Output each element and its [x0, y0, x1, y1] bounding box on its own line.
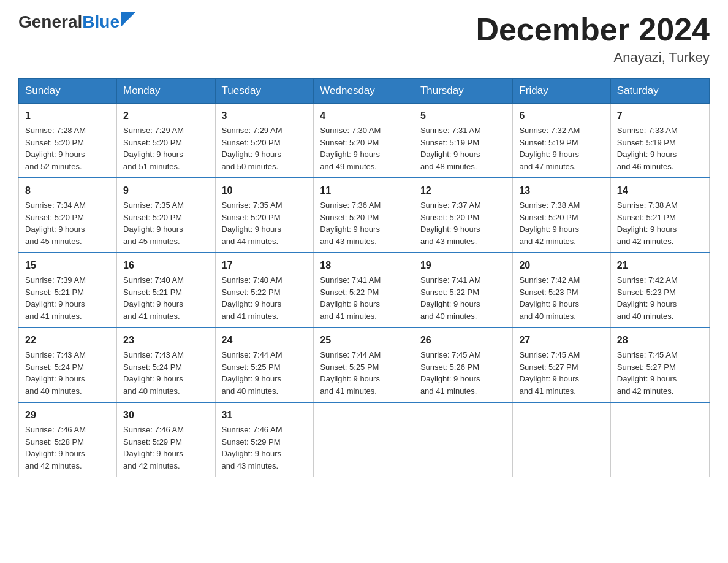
table-row: 30 Sunrise: 7:46 AMSunset: 5:29 PMDaylig… — [117, 402, 215, 477]
table-row: 13 Sunrise: 7:38 AMSunset: 5:20 PMDaylig… — [513, 178, 610, 253]
calendar-header-row: Sunday Monday Tuesday Wednesday Thursday… — [19, 79, 710, 104]
day-number: 10 — [222, 183, 308, 198]
day-number: 30 — [123, 408, 208, 423]
table-row — [414, 402, 513, 477]
day-info: Sunrise: 7:44 AMSunset: 5:25 PMDaylight:… — [320, 350, 381, 396]
day-number: 17 — [222, 258, 308, 273]
day-number: 12 — [420, 183, 507, 198]
table-row: 15 Sunrise: 7:39 AMSunset: 5:21 PMDaylig… — [19, 253, 117, 327]
day-info: Sunrise: 7:36 AMSunset: 5:20 PMDaylight:… — [320, 201, 381, 246]
table-row: 11 Sunrise: 7:36 AMSunset: 5:20 PMDaylig… — [314, 178, 414, 253]
calendar-week-row: 29 Sunrise: 7:46 AMSunset: 5:28 PMDaylig… — [19, 402, 710, 477]
calendar-week-row: 22 Sunrise: 7:43 AMSunset: 5:24 PMDaylig… — [19, 327, 710, 402]
day-info: Sunrise: 7:32 AMSunset: 5:19 PMDaylight:… — [519, 126, 580, 171]
day-info: Sunrise: 7:28 AMSunset: 5:20 PMDaylight:… — [25, 126, 86, 171]
day-info: Sunrise: 7:43 AMSunset: 5:24 PMDaylight:… — [123, 350, 184, 396]
location-text: Anayazi, Turkey — [476, 50, 710, 66]
table-row: 23 Sunrise: 7:43 AMSunset: 5:24 PMDaylig… — [117, 327, 215, 402]
day-info: Sunrise: 7:33 AMSunset: 5:19 PMDaylight:… — [617, 126, 678, 171]
calendar-week-row: 1 Sunrise: 7:28 AMSunset: 5:20 PMDayligh… — [19, 104, 710, 178]
day-info: Sunrise: 7:35 AMSunset: 5:20 PMDaylight:… — [222, 201, 282, 246]
day-info: Sunrise: 7:30 AMSunset: 5:20 PMDaylight:… — [320, 126, 381, 171]
table-row: 4 Sunrise: 7:30 AMSunset: 5:20 PMDayligh… — [314, 104, 414, 178]
day-info: Sunrise: 7:42 AMSunset: 5:23 PMDaylight:… — [617, 275, 678, 321]
table-row: 10 Sunrise: 7:35 AMSunset: 5:20 PMDaylig… — [215, 178, 314, 253]
table-row: 25 Sunrise: 7:44 AMSunset: 5:25 PMDaylig… — [314, 327, 414, 402]
calendar-table: Sunday Monday Tuesday Wednesday Thursday… — [18, 78, 710, 477]
day-number: 21 — [617, 258, 703, 273]
table-row: 14 Sunrise: 7:38 AMSunset: 5:21 PMDaylig… — [610, 178, 709, 253]
logo-text: General Blue — [18, 12, 135, 32]
day-number: 7 — [617, 109, 703, 123]
day-number: 25 — [320, 333, 408, 348]
col-thursday: Thursday — [414, 79, 513, 104]
day-info: Sunrise: 7:41 AMSunset: 5:22 PMDaylight:… — [320, 275, 381, 321]
col-tuesday: Tuesday — [215, 79, 314, 104]
day-info: Sunrise: 7:46 AMSunset: 5:29 PMDaylight:… — [222, 425, 282, 470]
day-number: 3 — [222, 109, 308, 123]
day-number: 31 — [222, 408, 308, 423]
day-info: Sunrise: 7:41 AMSunset: 5:22 PMDaylight:… — [420, 275, 481, 321]
day-info: Sunrise: 7:38 AMSunset: 5:20 PMDaylight:… — [519, 201, 580, 246]
table-row: 8 Sunrise: 7:34 AMSunset: 5:20 PMDayligh… — [19, 178, 117, 253]
day-number: 9 — [123, 183, 208, 198]
table-row — [610, 402, 709, 477]
day-number: 18 — [320, 258, 408, 273]
day-info: Sunrise: 7:45 AMSunset: 5:26 PMDaylight:… — [420, 350, 481, 396]
table-row: 16 Sunrise: 7:40 AMSunset: 5:21 PMDaylig… — [117, 253, 215, 327]
day-number: 27 — [519, 333, 604, 348]
day-info: Sunrise: 7:45 AMSunset: 5:27 PMDaylight:… — [617, 350, 678, 396]
day-info: Sunrise: 7:40 AMSunset: 5:22 PMDaylight:… — [222, 275, 282, 321]
table-row: 5 Sunrise: 7:31 AMSunset: 5:19 PMDayligh… — [414, 104, 513, 178]
day-number: 8 — [25, 183, 110, 198]
day-info: Sunrise: 7:46 AMSunset: 5:29 PMDaylight:… — [123, 425, 184, 470]
col-monday: Monday — [117, 79, 215, 104]
table-row: 20 Sunrise: 7:42 AMSunset: 5:23 PMDaylig… — [513, 253, 610, 327]
day-number: 6 — [519, 109, 604, 123]
table-row: 7 Sunrise: 7:33 AMSunset: 5:19 PMDayligh… — [610, 104, 709, 178]
day-info: Sunrise: 7:29 AMSunset: 5:20 PMDaylight:… — [123, 126, 184, 171]
table-row: 18 Sunrise: 7:41 AMSunset: 5:22 PMDaylig… — [314, 253, 414, 327]
day-number: 29 — [25, 408, 110, 423]
logo-blue-container: Blue — [82, 12, 135, 32]
table-row: 12 Sunrise: 7:37 AMSunset: 5:20 PMDaylig… — [414, 178, 513, 253]
day-number: 20 — [519, 258, 604, 273]
table-row: 2 Sunrise: 7:29 AMSunset: 5:20 PMDayligh… — [117, 104, 215, 178]
calendar-week-row: 15 Sunrise: 7:39 AMSunset: 5:21 PMDaylig… — [19, 253, 710, 327]
day-info: Sunrise: 7:39 AMSunset: 5:21 PMDaylight:… — [25, 275, 86, 321]
logo-blue-text: Blue — [82, 12, 119, 32]
table-row: 22 Sunrise: 7:43 AMSunset: 5:24 PMDaylig… — [19, 327, 117, 402]
day-info: Sunrise: 7:44 AMSunset: 5:25 PMDaylight:… — [222, 350, 282, 396]
day-number: 19 — [420, 258, 507, 273]
table-row: 21 Sunrise: 7:42 AMSunset: 5:23 PMDaylig… — [610, 253, 709, 327]
day-number: 15 — [25, 258, 110, 273]
day-info: Sunrise: 7:38 AMSunset: 5:21 PMDaylight:… — [617, 201, 678, 246]
calendar-week-row: 8 Sunrise: 7:34 AMSunset: 5:20 PMDayligh… — [19, 178, 710, 253]
table-row: 24 Sunrise: 7:44 AMSunset: 5:25 PMDaylig… — [215, 327, 314, 402]
table-row: 31 Sunrise: 7:46 AMSunset: 5:29 PMDaylig… — [215, 402, 314, 477]
day-info: Sunrise: 7:42 AMSunset: 5:23 PMDaylight:… — [519, 275, 580, 321]
day-number: 26 — [420, 333, 507, 348]
table-row: 6 Sunrise: 7:32 AMSunset: 5:19 PMDayligh… — [513, 104, 610, 178]
title-block: December 2024 Anayazi, Turkey — [476, 12, 710, 66]
day-number: 14 — [617, 183, 703, 198]
table-row: 28 Sunrise: 7:45 AMSunset: 5:27 PMDaylig… — [610, 327, 709, 402]
month-title: December 2024 — [476, 12, 710, 47]
table-row — [314, 402, 414, 477]
table-row: 17 Sunrise: 7:40 AMSunset: 5:22 PMDaylig… — [215, 253, 314, 327]
day-info: Sunrise: 7:45 AMSunset: 5:27 PMDaylight:… — [519, 350, 580, 396]
day-number: 2 — [123, 109, 208, 123]
day-info: Sunrise: 7:37 AMSunset: 5:20 PMDaylight:… — [420, 201, 481, 246]
table-row: 1 Sunrise: 7:28 AMSunset: 5:20 PMDayligh… — [19, 104, 117, 178]
day-info: Sunrise: 7:35 AMSunset: 5:20 PMDaylight:… — [123, 201, 184, 246]
table-row: 29 Sunrise: 7:46 AMSunset: 5:28 PMDaylig… — [19, 402, 117, 477]
day-number: 4 — [320, 109, 408, 123]
day-number: 1 — [25, 109, 110, 123]
day-number: 24 — [222, 333, 308, 348]
day-info: Sunrise: 7:46 AMSunset: 5:28 PMDaylight:… — [25, 425, 86, 470]
day-number: 28 — [617, 333, 703, 348]
page-header: General Blue December 2024 Anayazi, Turk… — [18, 12, 710, 66]
logo: General Blue — [18, 12, 135, 32]
col-sunday: Sunday — [19, 79, 117, 104]
table-row: 26 Sunrise: 7:45 AMSunset: 5:26 PMDaylig… — [414, 327, 513, 402]
